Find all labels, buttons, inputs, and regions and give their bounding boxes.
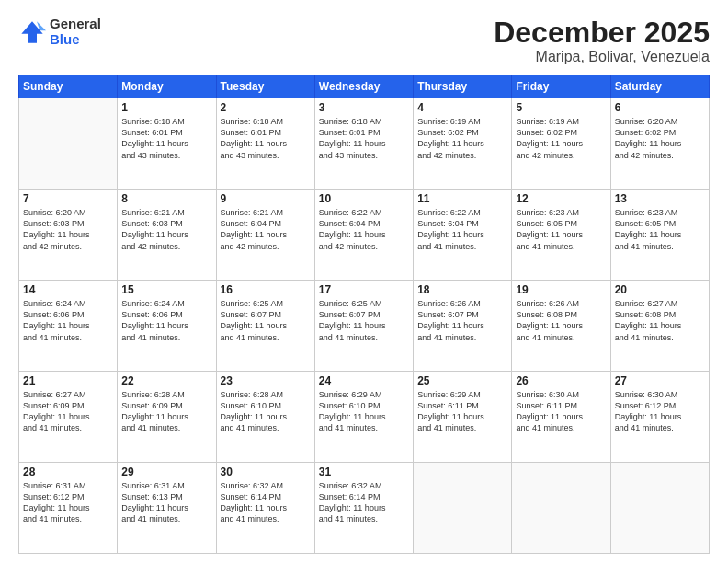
page: General Blue December 2025 Maripa, Boliv… bbox=[0, 0, 728, 563]
logo-icon bbox=[18, 18, 46, 46]
calendar-cell: 19Sunrise: 6:26 AM Sunset: 6:08 PM Dayli… bbox=[512, 281, 610, 372]
calendar-cell: 10Sunrise: 6:22 AM Sunset: 6:04 PM Dayli… bbox=[314, 190, 413, 281]
day-info: Sunrise: 6:24 AM Sunset: 6:06 PM Dayligh… bbox=[121, 298, 211, 343]
calendar-cell bbox=[512, 463, 610, 554]
calendar-cell: 8Sunrise: 6:21 AM Sunset: 6:03 PM Daylig… bbox=[118, 190, 216, 281]
day-info: Sunrise: 6:21 AM Sunset: 6:03 PM Dayligh… bbox=[121, 207, 211, 252]
day-number: 14 bbox=[23, 283, 113, 296]
calendar-week-row: 14Sunrise: 6:24 AM Sunset: 6:06 PM Dayli… bbox=[19, 281, 710, 372]
day-info: Sunrise: 6:18 AM Sunset: 6:01 PM Dayligh… bbox=[319, 116, 409, 161]
calendar-cell bbox=[610, 463, 709, 554]
day-number: 27 bbox=[615, 374, 705, 387]
day-info: Sunrise: 6:32 AM Sunset: 6:14 PM Dayligh… bbox=[319, 480, 409, 525]
day-info: Sunrise: 6:27 AM Sunset: 6:09 PM Dayligh… bbox=[23, 389, 113, 434]
day-info: Sunrise: 6:29 AM Sunset: 6:10 PM Dayligh… bbox=[319, 389, 409, 434]
calendar-cell: 5Sunrise: 6:19 AM Sunset: 6:02 PM Daylig… bbox=[512, 98, 610, 190]
day-info: Sunrise: 6:25 AM Sunset: 6:07 PM Dayligh… bbox=[221, 298, 311, 343]
day-info: Sunrise: 6:22 AM Sunset: 6:04 PM Dayligh… bbox=[319, 207, 409, 252]
calendar-cell: 23Sunrise: 6:28 AM Sunset: 6:10 PM Dayli… bbox=[216, 372, 314, 463]
day-number: 15 bbox=[121, 283, 211, 296]
day-number: 3 bbox=[319, 101, 409, 114]
day-info: Sunrise: 6:22 AM Sunset: 6:04 PM Dayligh… bbox=[417, 207, 507, 252]
calendar-cell: 18Sunrise: 6:26 AM Sunset: 6:07 PM Dayli… bbox=[414, 281, 512, 372]
calendar-week-row: 28Sunrise: 6:31 AM Sunset: 6:12 PM Dayli… bbox=[19, 463, 710, 554]
calendar-title: December 2025 bbox=[494, 17, 710, 49]
day-number: 10 bbox=[319, 192, 409, 205]
day-number: 6 bbox=[615, 101, 705, 114]
day-of-week-header: Friday bbox=[512, 75, 610, 98]
title-block: December 2025 Maripa, Bolivar, Venezuela bbox=[494, 17, 710, 65]
calendar-table: SundayMondayTuesdayWednesdayThursdayFrid… bbox=[18, 75, 710, 554]
calendar-cell: 21Sunrise: 6:27 AM Sunset: 6:09 PM Dayli… bbox=[19, 372, 118, 463]
calendar-cell: 9Sunrise: 6:21 AM Sunset: 6:04 PM Daylig… bbox=[216, 190, 314, 281]
calendar-cell: 28Sunrise: 6:31 AM Sunset: 6:12 PM Dayli… bbox=[19, 463, 118, 554]
calendar-cell: 6Sunrise: 6:20 AM Sunset: 6:02 PM Daylig… bbox=[610, 98, 709, 190]
day-of-week-header: Saturday bbox=[610, 75, 709, 98]
calendar-cell: 29Sunrise: 6:31 AM Sunset: 6:13 PM Dayli… bbox=[118, 463, 216, 554]
day-info: Sunrise: 6:19 AM Sunset: 6:02 PM Dayligh… bbox=[516, 116, 606, 161]
day-info: Sunrise: 6:20 AM Sunset: 6:03 PM Dayligh… bbox=[23, 207, 113, 252]
day-number: 31 bbox=[319, 465, 409, 478]
day-number: 28 bbox=[23, 465, 113, 478]
day-number: 9 bbox=[221, 192, 311, 205]
day-number: 5 bbox=[516, 101, 606, 114]
calendar-cell: 7Sunrise: 6:20 AM Sunset: 6:03 PM Daylig… bbox=[19, 190, 118, 281]
calendar-cell: 15Sunrise: 6:24 AM Sunset: 6:06 PM Dayli… bbox=[118, 281, 216, 372]
calendar-cell: 20Sunrise: 6:27 AM Sunset: 6:08 PM Dayli… bbox=[610, 281, 709, 372]
day-info: Sunrise: 6:19 AM Sunset: 6:02 PM Dayligh… bbox=[417, 116, 507, 161]
day-of-week-header: Sunday bbox=[19, 75, 118, 98]
calendar-cell: 4Sunrise: 6:19 AM Sunset: 6:02 PM Daylig… bbox=[414, 98, 512, 190]
day-info: Sunrise: 6:27 AM Sunset: 6:08 PM Dayligh… bbox=[615, 298, 705, 343]
day-number: 17 bbox=[319, 283, 409, 296]
day-info: Sunrise: 6:18 AM Sunset: 6:01 PM Dayligh… bbox=[221, 116, 311, 161]
calendar-cell: 3Sunrise: 6:18 AM Sunset: 6:01 PM Daylig… bbox=[314, 98, 413, 190]
calendar-cell: 26Sunrise: 6:30 AM Sunset: 6:11 PM Dayli… bbox=[512, 372, 610, 463]
header: General Blue December 2025 Maripa, Boliv… bbox=[18, 17, 710, 65]
day-of-week-header: Monday bbox=[118, 75, 216, 98]
day-number: 30 bbox=[221, 465, 311, 478]
calendar-cell: 13Sunrise: 6:23 AM Sunset: 6:05 PM Dayli… bbox=[610, 190, 709, 281]
calendar-subtitle: Maripa, Bolivar, Venezuela bbox=[494, 49, 710, 65]
day-info: Sunrise: 6:30 AM Sunset: 6:12 PM Dayligh… bbox=[615, 389, 705, 434]
day-info: Sunrise: 6:30 AM Sunset: 6:11 PM Dayligh… bbox=[516, 389, 606, 434]
logo-text: General Blue bbox=[50, 17, 101, 47]
day-number: 19 bbox=[516, 283, 606, 296]
day-info: Sunrise: 6:25 AM Sunset: 6:07 PM Dayligh… bbox=[319, 298, 409, 343]
calendar-cell: 11Sunrise: 6:22 AM Sunset: 6:04 PM Dayli… bbox=[414, 190, 512, 281]
day-number: 24 bbox=[319, 374, 409, 387]
day-number: 23 bbox=[221, 374, 311, 387]
calendar-cell bbox=[414, 463, 512, 554]
calendar-cell: 30Sunrise: 6:32 AM Sunset: 6:14 PM Dayli… bbox=[216, 463, 314, 554]
day-number: 7 bbox=[23, 192, 113, 205]
day-of-week-header: Wednesday bbox=[314, 75, 413, 98]
day-info: Sunrise: 6:26 AM Sunset: 6:08 PM Dayligh… bbox=[516, 298, 606, 343]
day-info: Sunrise: 6:23 AM Sunset: 6:05 PM Dayligh… bbox=[615, 207, 705, 252]
calendar-cell: 27Sunrise: 6:30 AM Sunset: 6:12 PM Dayli… bbox=[610, 372, 709, 463]
day-info: Sunrise: 6:26 AM Sunset: 6:07 PM Dayligh… bbox=[417, 298, 507, 343]
day-of-week-header: Tuesday bbox=[216, 75, 314, 98]
calendar-cell: 22Sunrise: 6:28 AM Sunset: 6:09 PM Dayli… bbox=[118, 372, 216, 463]
calendar-week-row: 21Sunrise: 6:27 AM Sunset: 6:09 PM Dayli… bbox=[19, 372, 710, 463]
day-number: 20 bbox=[615, 283, 705, 296]
day-info: Sunrise: 6:18 AM Sunset: 6:01 PM Dayligh… bbox=[121, 116, 211, 161]
day-number: 16 bbox=[221, 283, 311, 296]
day-info: Sunrise: 6:28 AM Sunset: 6:10 PM Dayligh… bbox=[221, 389, 311, 434]
day-info: Sunrise: 6:23 AM Sunset: 6:05 PM Dayligh… bbox=[516, 207, 606, 252]
day-info: Sunrise: 6:24 AM Sunset: 6:06 PM Dayligh… bbox=[23, 298, 113, 343]
day-number: 22 bbox=[121, 374, 211, 387]
calendar-cell: 12Sunrise: 6:23 AM Sunset: 6:05 PM Dayli… bbox=[512, 190, 610, 281]
calendar-cell: 24Sunrise: 6:29 AM Sunset: 6:10 PM Dayli… bbox=[314, 372, 413, 463]
day-info: Sunrise: 6:31 AM Sunset: 6:12 PM Dayligh… bbox=[23, 480, 113, 525]
day-number: 8 bbox=[121, 192, 211, 205]
calendar-cell: 2Sunrise: 6:18 AM Sunset: 6:01 PM Daylig… bbox=[216, 98, 314, 190]
calendar-cell: 1Sunrise: 6:18 AM Sunset: 6:01 PM Daylig… bbox=[118, 98, 216, 190]
day-info: Sunrise: 6:29 AM Sunset: 6:11 PM Dayligh… bbox=[417, 389, 507, 434]
day-number: 4 bbox=[417, 101, 507, 114]
calendar-cell: 31Sunrise: 6:32 AM Sunset: 6:14 PM Dayli… bbox=[314, 463, 413, 554]
day-info: Sunrise: 6:31 AM Sunset: 6:13 PM Dayligh… bbox=[121, 480, 211, 525]
day-number: 13 bbox=[615, 192, 705, 205]
day-number: 26 bbox=[516, 374, 606, 387]
day-number: 25 bbox=[417, 374, 507, 387]
day-number: 18 bbox=[417, 283, 507, 296]
day-number: 12 bbox=[516, 192, 606, 205]
